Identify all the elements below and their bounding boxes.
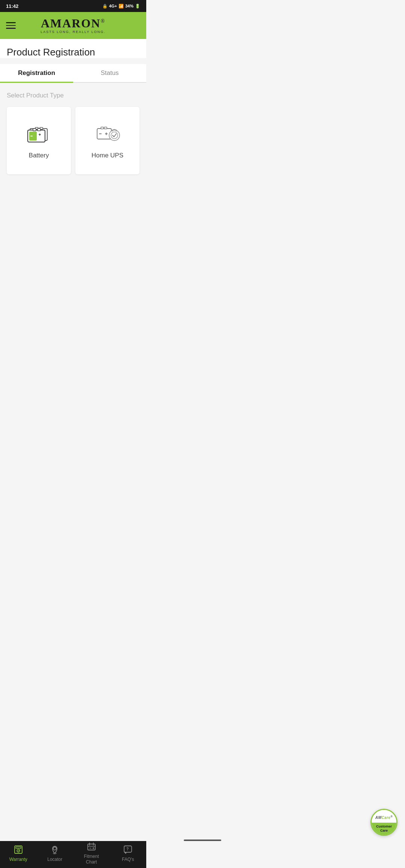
faq-icon: ?	[123, 844, 133, 855]
locator-icon	[50, 844, 60, 855]
logo-text: AMARON®	[41, 17, 105, 29]
product-grid: Battery	[7, 107, 140, 174]
page-title: Product Registration	[7, 46, 140, 58]
product-card-battery[interactable]: Battery	[7, 107, 71, 174]
nav-item-faqs[interactable]: ? FAQ's	[110, 844, 147, 862]
nav-label-locator: Locator	[47, 857, 62, 862]
main-content: Select Product Type	[0, 83, 146, 345]
svg-rect-5	[38, 129, 40, 131]
product-name-battery: Battery	[29, 152, 49, 159]
nav-label-warranty: Warranty	[9, 857, 27, 862]
product-name-home-ups: Home UPS	[92, 152, 123, 159]
status-icons: 🔒 4G+ 📶 34% 🔋	[102, 4, 140, 9]
time: 11:42	[6, 3, 18, 9]
nav-label-fitment: FitmentChart	[84, 854, 99, 865]
tab-registration[interactable]: Registration	[0, 64, 73, 82]
logo-tagline: LASTS LONG, REALLY LONG.	[40, 30, 106, 34]
ups-icon	[95, 123, 120, 146]
warranty-icon	[13, 844, 24, 855]
svg-rect-12	[104, 127, 107, 129]
section-label: Select Product Type	[7, 92, 140, 99]
nav-item-locator[interactable]: Locator	[37, 844, 74, 862]
tabs: Registration Status	[0, 64, 146, 83]
tab-status[interactable]: Status	[73, 64, 146, 82]
nav-item-warranty[interactable]: Warranty	[0, 844, 37, 862]
hamburger-menu[interactable]	[6, 22, 16, 29]
page-title-area: Product Registration	[0, 39, 146, 58]
svg-rect-11	[101, 127, 104, 129]
svg-rect-4	[33, 129, 36, 131]
fitment-icon	[86, 841, 97, 852]
bottom-nav: Warranty Locator FitmentC	[0, 841, 146, 868]
product-card-home-ups[interactable]: Home UPS	[75, 107, 140, 174]
svg-text:?: ?	[126, 847, 129, 851]
svg-rect-23	[16, 847, 21, 849]
app-logo: AMARON® LASTS LONG, REALLY LONG.	[40, 17, 106, 34]
svg-rect-27	[88, 844, 95, 850]
status-bar: 11:42 🔒 4G+ 📶 34% 🔋	[0, 0, 146, 12]
nav-label-faqs: FAQ's	[122, 857, 134, 862]
battery-icon	[26, 123, 52, 146]
app-header: AMARON® LASTS LONG, REALLY LONG.	[0, 12, 146, 39]
svg-point-17	[111, 132, 118, 139]
nav-item-fitment[interactable]: FitmentChart	[73, 841, 110, 865]
svg-point-25	[53, 847, 56, 850]
